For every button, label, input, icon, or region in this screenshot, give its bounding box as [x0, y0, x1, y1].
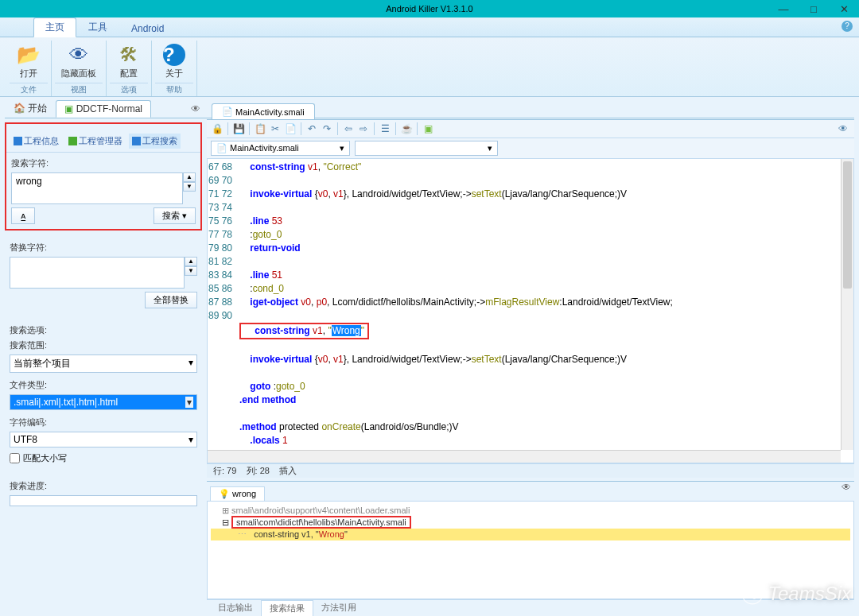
indent-icon[interactable]: ☰: [379, 122, 391, 135]
minimize-button[interactable]: —: [768, 0, 799, 17]
horizontal-scrollbar[interactable]: [208, 450, 841, 463]
redo-icon[interactable]: ↷: [321, 122, 333, 135]
replace-input[interactable]: [10, 257, 185, 289]
progress-bar: [10, 495, 197, 506]
sidebar: 👁 工程信息 工程管理器 工程搜索 搜索字符: ▲▼ ᴀ̲ 搜索 ▾ 替换字符: [0, 97, 207, 616]
match-case-label: 匹配大小写: [23, 452, 67, 464]
ribbon-配置[interactable]: 🛠配置: [110, 41, 148, 81]
file-icon: 📄: [222, 107, 233, 117]
file-dropdown[interactable]: 📄 MainActivity.smali▾: [211, 141, 350, 156]
encoding-label: 字符编码:: [10, 416, 197, 428]
editor-statusbar: 行: 79 列: 28 插入: [207, 463, 854, 478]
maximize-button[interactable]: □: [799, 0, 829, 17]
main-area: 📄MainActivity.smali 🔒 💾 📋 ✂ 📄 ↶ ↷ ⇦ ⇨ ☰ …: [207, 97, 859, 616]
regex-button[interactable]: ᴀ̲: [11, 207, 35, 224]
encoding-select[interactable]: UTF8▾: [10, 432, 197, 447]
bottom-tab-search[interactable]: 搜索结果: [261, 600, 313, 616]
filetype-select[interactable]: .smali|.xml|.txt|.htm|.html▾: [10, 394, 197, 410]
undo-icon[interactable]: ↶: [305, 122, 318, 135]
search-input[interactable]: [11, 172, 183, 204]
save-icon[interactable]: 💾: [232, 122, 245, 135]
app-title: Android Killer V1.3.1.0: [386, 4, 472, 14]
ribbon-隐藏面板[interactable]: 👁隐藏面板: [55, 41, 103, 81]
lock-icon[interactable]: 🔒: [211, 122, 223, 135]
paste-icon[interactable]: 📄: [284, 122, 297, 135]
sidebar-subtabs: 工程信息 工程管理器 工程搜索: [6, 124, 200, 153]
bottom-tab-refs[interactable]: 方法引用: [313, 600, 364, 616]
bottom-tab-log[interactable]: 日志输出: [210, 600, 261, 616]
eye-icon[interactable]: 👁: [837, 122, 849, 135]
java-icon[interactable]: ☕: [400, 122, 413, 135]
ribbon: 📂打开文件👁隐藏面板视图🛠配置选项?关于帮助: [0, 37, 859, 97]
result-tree-item[interactable]: ⊟ smali\com\didictf\hellolibs\MainActivi…: [211, 517, 850, 529]
ribbon-打开[interactable]: 📂打开: [10, 41, 48, 81]
results-tab[interactable]: 💡 wrong: [210, 486, 265, 501]
main-tab-home[interactable]: 主页: [33, 17, 76, 37]
editor-toolbar: 🔒 💾 📋 ✂ 📄 ↶ ↷ ⇦ ⇨ ☰ ☕ ▣ 👁: [207, 120, 854, 138]
progress-label: 搜索进度:: [10, 480, 197, 492]
subtab-project-search[interactable]: 工程搜索: [129, 134, 181, 149]
options-label: 搜索选项:: [10, 324, 197, 336]
search-label: 搜索字符:: [11, 157, 196, 169]
type-label: 文件类型:: [10, 379, 197, 391]
result-tree-item[interactable]: ⊞ smali\android\support\v4\content\Loade…: [211, 505, 850, 517]
titlebar: Android Killer V1.3.1.0 — □ ✕: [0, 0, 859, 17]
subtab-project-info[interactable]: 工程信息: [10, 134, 62, 149]
scope-label: 搜索范围:: [10, 339, 197, 351]
copy-icon[interactable]: 📋: [254, 122, 266, 135]
main-tab-strip: 主页 工具 Android ?: [0, 17, 859, 37]
main-tab-android[interactable]: Android: [119, 20, 176, 37]
search-button[interactable]: 搜索 ▾: [154, 207, 196, 224]
subtab-project-manager[interactable]: 工程管理器: [65, 134, 126, 149]
vertical-scrollbar[interactable]: [841, 159, 853, 450]
main-tab-tools[interactable]: 工具: [76, 17, 119, 37]
code-editor[interactable]: 67 68 69 70 71 72 73 74 75 76 77 78 79 8…: [207, 159, 854, 463]
replace-label: 替换字符:: [10, 242, 197, 254]
close-button[interactable]: ✕: [829, 0, 859, 17]
watermark: TeamsSix: [741, 583, 851, 605]
eye-icon[interactable]: 👁: [842, 482, 851, 493]
back-icon[interactable]: ⇦: [342, 122, 355, 135]
result-tree-item[interactable]: ⋯ const-string v1, "Wrong": [211, 529, 850, 540]
method-dropdown[interactable]: ▾: [355, 141, 498, 156]
scope-select[interactable]: 当前整个项目▾: [10, 354, 197, 373]
android-icon[interactable]: ▣: [422, 122, 434, 135]
match-case-checkbox[interactable]: [10, 453, 20, 463]
eye-icon[interactable]: 👁: [191, 103, 200, 114]
editor-file-tab[interactable]: 📄MainActivity.smali: [212, 103, 315, 119]
cut-icon[interactable]: ✂: [269, 122, 282, 135]
forward-icon[interactable]: ⇨: [357, 122, 370, 135]
ribbon-关于[interactable]: ?关于: [155, 41, 193, 81]
replace-all-button[interactable]: 全部替换: [145, 292, 197, 308]
help-icon[interactable]: ?: [842, 21, 853, 32]
